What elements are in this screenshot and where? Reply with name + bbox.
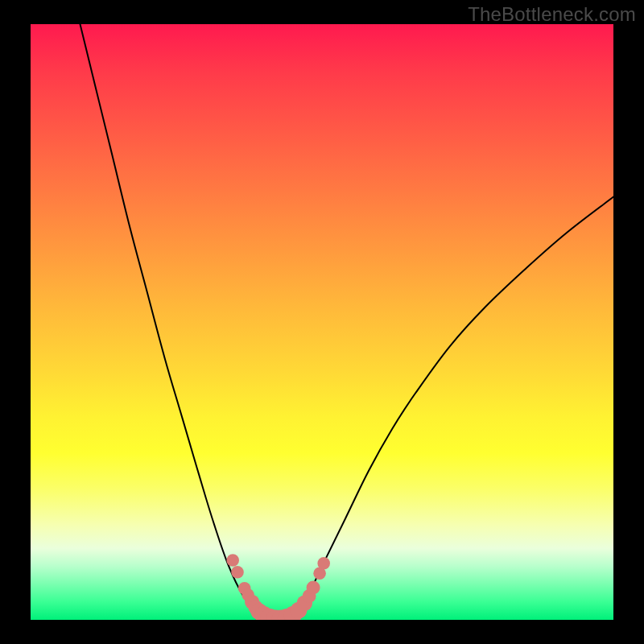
plot-area <box>31 24 613 620</box>
curve-marker <box>231 566 244 579</box>
curve-markers <box>226 554 330 620</box>
curve-marker <box>226 554 239 567</box>
curve-marker <box>317 557 330 570</box>
curve-marker <box>307 581 320 595</box>
watermark-text: TheBottleneck.com <box>468 3 636 26</box>
bottleneck-curve <box>31 24 613 620</box>
curve-line <box>80 24 614 620</box>
chart-frame: TheBottleneck.com <box>0 0 644 644</box>
